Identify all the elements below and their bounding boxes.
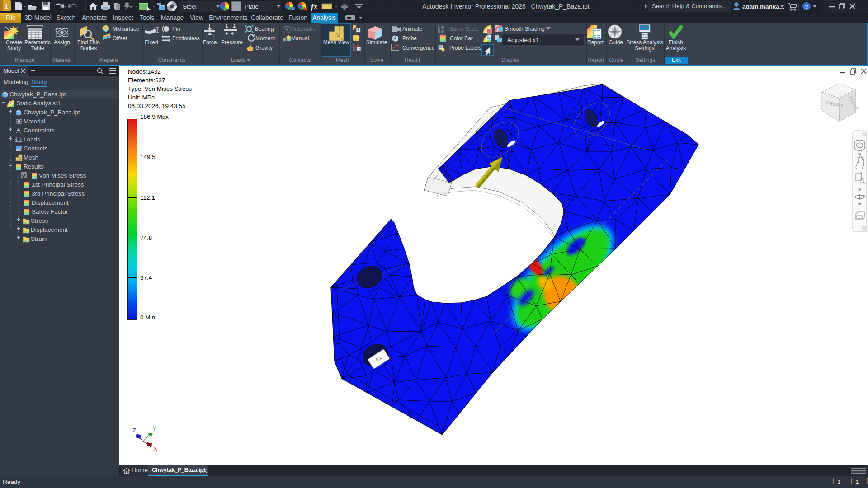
- svg-text:Adjusted x1: Adjusted x1: [507, 37, 539, 43]
- svg-text:adam.manka...: adam.manka...: [742, 3, 784, 10]
- svg-text:fx: fx: [311, 2, 318, 11]
- svg-text:X: X: [153, 446, 157, 452]
- svg-text:?: ?: [805, 3, 808, 10]
- svg-text:Plate: Plate: [245, 3, 259, 10]
- svg-text:Search Help & Commands...: Search Help & Commands...: [652, 3, 726, 9]
- svg-text:Steel: Steel: [183, 3, 197, 10]
- svg-text:Y: Y: [152, 425, 156, 432]
- svg-text:I: I: [5, 2, 8, 10]
- svg-text:Z: Z: [132, 427, 136, 434]
